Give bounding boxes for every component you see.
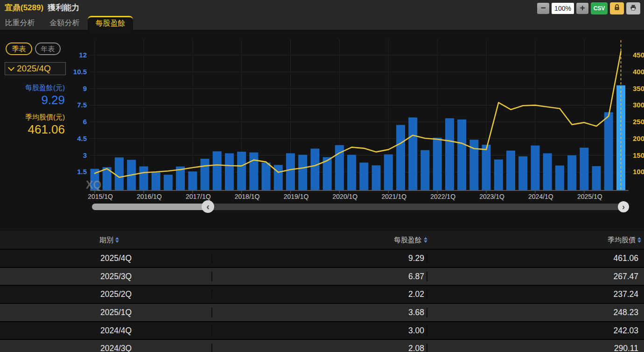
cell-avg-price: 290.11 — [427, 344, 644, 352]
svg-text:7.5: 7.5 — [77, 101, 87, 109]
zoom-level: 100% — [552, 3, 574, 14]
svg-text:2015/1Q: 2015/1Q — [88, 193, 113, 200]
avg-price-label: 季均股價(元) — [0, 113, 65, 122]
padlock-icon — [613, 4, 621, 13]
table-row[interactable]: 2024/4Q3.00242.03 — [0, 322, 644, 340]
svg-text:150: 150 — [633, 151, 644, 159]
cell-avg-price: 267.47 — [427, 272, 644, 282]
quarterly-view-button[interactable]: 季表 — [6, 42, 32, 55]
svg-text:450: 450 — [633, 51, 644, 59]
cell-avg-price: 248.23 — [427, 308, 644, 317]
cell-eps: 3.68 — [212, 308, 427, 317]
cell-avg-price: 461.06 — [427, 253, 644, 263]
cell-period: 2025/1Q — [0, 308, 212, 317]
cell-eps: 3.00 — [212, 326, 427, 336]
svg-text:6: 6 — [83, 118, 87, 126]
print-button[interactable] — [626, 2, 640, 14]
scrollbar-handle[interactable]: ‹ — [202, 200, 214, 213]
svg-text:2019/1Q: 2019/1Q — [284, 193, 309, 200]
sort-icon[interactable] — [637, 237, 641, 243]
svg-text:300: 300 — [633, 101, 644, 109]
svg-text:400: 400 — [633, 68, 644, 76]
cell-period: 2025/2Q — [0, 289, 212, 299]
chevron-down-icon — [8, 64, 14, 71]
svg-text:XQ: XQ — [86, 179, 101, 191]
header-controls: − 100% + CSV — [537, 2, 640, 14]
tab-amount-analysis[interactable]: 金額分析 — [45, 16, 84, 30]
svg-text:10.5: 10.5 — [73, 68, 87, 76]
eps-label: 每股盈餘(元) — [0, 84, 65, 92]
period-select[interactable]: 2025/4Q — [5, 62, 66, 75]
svg-text:12: 12 — [79, 51, 87, 59]
printer-icon — [630, 4, 637, 13]
table-row[interactable]: 2025/2Q2.02237.24 — [0, 286, 644, 304]
tab-eps[interactable]: 每股盈餘 — [88, 16, 133, 30]
eps-value: 9.29 — [0, 93, 65, 107]
table-row[interactable]: 2025/4Q9.29461.06 — [0, 250, 644, 268]
zoom-out-button[interactable]: − — [537, 3, 549, 14]
period-select-value: 2025/4Q — [17, 63, 51, 74]
cell-period: 2024/3Q — [0, 344, 212, 352]
tab-weight-analysis[interactable]: 比重分析 — [0, 16, 40, 30]
profitability-window: 1.534.567.5910.5121001502002503003504004… — [0, 0, 644, 352]
yearly-view-button[interactable]: 年表 — [35, 42, 61, 55]
column-avg-price[interactable]: 季均股價 — [427, 236, 644, 245]
svg-text:2025/1Q: 2025/1Q — [577, 193, 602, 200]
chart-scrollbar-filled[interactable] — [92, 204, 208, 210]
chevron-right-icon: › — [622, 202, 625, 212]
cell-avg-price: 237.24 — [427, 289, 644, 299]
svg-text:2022/1Q: 2022/1Q — [430, 193, 455, 200]
sort-icon[interactable] — [424, 237, 427, 243]
page-subtitle: 獲利能力 — [48, 3, 79, 12]
svg-text:1.5: 1.5 — [77, 168, 87, 176]
cell-period: 2024/4Q — [0, 326, 212, 336]
csv-export-button[interactable]: CSV — [591, 2, 608, 14]
svg-text:2020/1Q: 2020/1Q — [333, 193, 358, 200]
table-row[interactable]: 2025/3Q6.87267.47 — [0, 268, 644, 286]
svg-text:2018/1Q: 2018/1Q — [235, 193, 260, 200]
cell-eps: 9.29 — [212, 253, 427, 263]
svg-text:100: 100 — [633, 168, 644, 176]
svg-text:2024/1Q: 2024/1Q — [528, 193, 553, 200]
cell-avg-price: 242.03 — [427, 326, 644, 336]
scroll-right-button[interactable]: › — [618, 201, 629, 212]
table-row[interactable]: 2025/1Q3.68248.23 — [0, 304, 644, 322]
column-eps[interactable]: 每股盈餘 — [212, 236, 427, 245]
svg-text:200: 200 — [633, 134, 644, 142]
column-period[interactable]: 期別 — [0, 236, 212, 245]
eps-table: 期別 每股盈餘 季均股價 2025/4Q9.29461.062025/3Q6.8… — [0, 231, 644, 352]
lock-button[interactable] — [610, 2, 624, 14]
svg-text:2016/1Q: 2016/1Q — [137, 193, 162, 200]
table-row[interactable]: 2024/3Q2.08290.11 — [0, 340, 644, 352]
svg-text:2021/1Q: 2021/1Q — [381, 193, 406, 200]
table-header: 期別 每股盈餘 季均股價 — [0, 231, 644, 250]
cell-period: 2025/4Q — [0, 253, 212, 263]
chevron-left-icon: ‹ — [206, 201, 210, 212]
page-title: 宜鼎(5289)獲利能力 — [5, 0, 79, 16]
zoom-in-button[interactable]: + — [576, 3, 588, 14]
svg-text:2023/1Q: 2023/1Q — [479, 193, 504, 200]
sort-icon[interactable] — [115, 237, 119, 243]
svg-text:9: 9 — [83, 84, 87, 92]
avg-price-value: 461.06 — [0, 122, 65, 137]
stock-name: 宜鼎(5289) — [5, 3, 43, 12]
cell-eps: 6.87 — [212, 272, 427, 282]
table-body: 2025/4Q9.29461.062025/3Q6.87267.472025/2… — [0, 250, 644, 352]
svg-text:3: 3 — [83, 151, 87, 159]
tab-bar: 比重分析 金額分析 每股盈餘 — [0, 16, 644, 30]
cell-period: 2025/3Q — [0, 272, 212, 282]
svg-text:350: 350 — [633, 84, 644, 92]
svg-text:250: 250 — [633, 118, 644, 126]
eps-price-chart[interactable]: 1.534.567.5910.5121001502002503003504004… — [0, 0, 644, 219]
svg-text:2017/1Q: 2017/1Q — [186, 193, 211, 200]
svg-text:4.5: 4.5 — [77, 134, 87, 142]
cell-eps: 2.08 — [212, 344, 427, 352]
cell-eps: 2.02 — [212, 289, 427, 299]
